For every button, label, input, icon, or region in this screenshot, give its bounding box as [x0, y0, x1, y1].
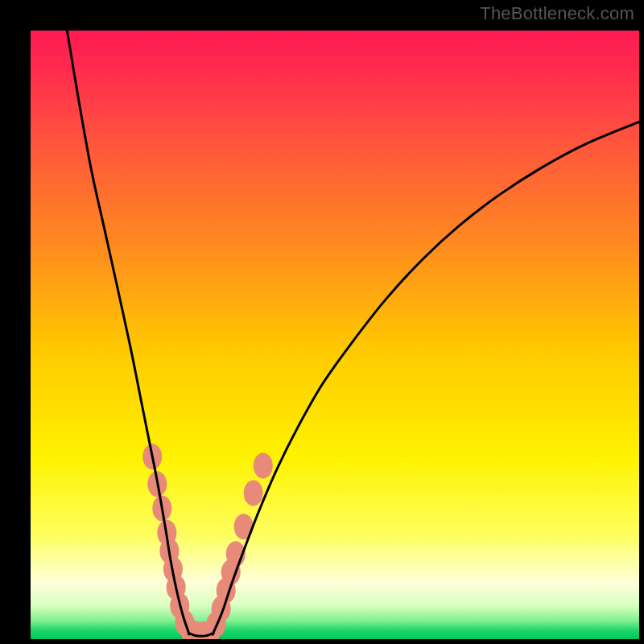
bottleneck-curve — [67, 31, 639, 636]
marker-dot — [244, 481, 263, 506]
chart-canvas: TheBottleneck.com — [0, 0, 644, 644]
curve-layer — [31, 31, 639, 639]
watermark-text: TheBottleneck.com — [480, 3, 634, 24]
marker-dot — [254, 453, 273, 479]
plot-area — [31, 31, 639, 639]
